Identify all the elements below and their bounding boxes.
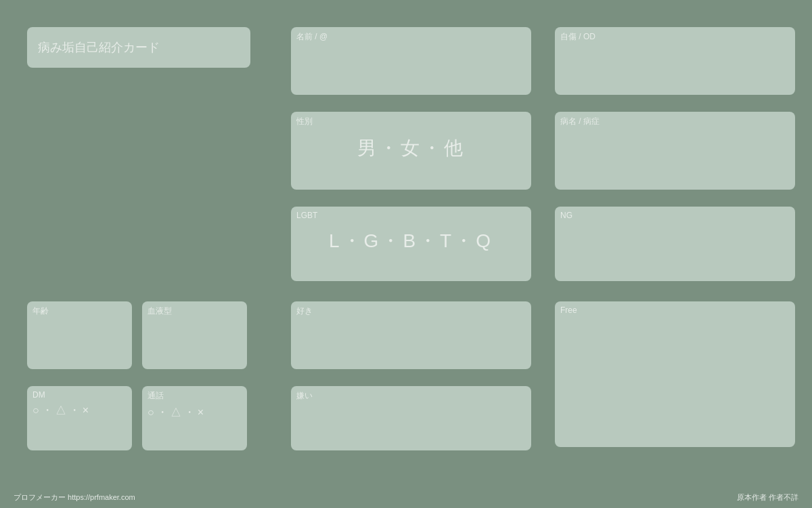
gender-content: 男・女・他 [291, 129, 531, 168]
dm-label: DM [27, 386, 132, 401]
ng-card: NG [555, 207, 795, 281]
footer-left: プロフメーカー https://prfmaker.com [14, 492, 135, 503]
title-card: 病み垢自己紹介カード [27, 27, 250, 68]
gender-label: 性別 [291, 112, 531, 129]
title-text: 病み垢自己紹介カード [38, 39, 160, 56]
footer: プロフメーカー https://prfmaker.com 原本作者 作者不詳 [0, 492, 812, 503]
disease-label: 病名 / 病症 [555, 112, 795, 129]
disease-card: 病名 / 病症 [555, 112, 795, 190]
gender-card: 性別 男・女・他 [291, 112, 531, 190]
free-card: Free [555, 301, 795, 447]
name-card: 名前 / @ [291, 27, 531, 95]
call-marks: ○・△・× [142, 403, 247, 425]
like-label: 好き [291, 301, 531, 318]
selfharm-label: 自傷 / OD [555, 27, 795, 44]
lgbt-label: LGBT [291, 207, 531, 221]
ng-label: NG [555, 207, 795, 221]
blood-label: 血液型 [142, 301, 247, 318]
age-card: 年齢 [27, 301, 132, 369]
dislike-label: 嫌い [291, 386, 531, 403]
selfharm-card: 自傷 / OD [555, 27, 795, 95]
dislike-card: 嫌い [291, 386, 531, 450]
blood-card: 血液型 [142, 301, 247, 369]
call-label: 通話 [142, 386, 247, 403]
lgbt-content: L・G・B・T・Q [291, 221, 531, 261]
lgbt-card: LGBT L・G・B・T・Q [291, 207, 531, 281]
like-card: 好き [291, 301, 531, 369]
footer-right: 原本作者 作者不詳 [737, 492, 798, 503]
call-card: 通話 ○・△・× [142, 386, 247, 450]
name-label: 名前 / @ [291, 27, 531, 44]
age-label: 年齢 [27, 301, 132, 318]
dm-card: DM ○・△・× [27, 386, 132, 450]
dm-marks: ○・△・× [27, 401, 132, 423]
free-label: Free [555, 301, 795, 316]
